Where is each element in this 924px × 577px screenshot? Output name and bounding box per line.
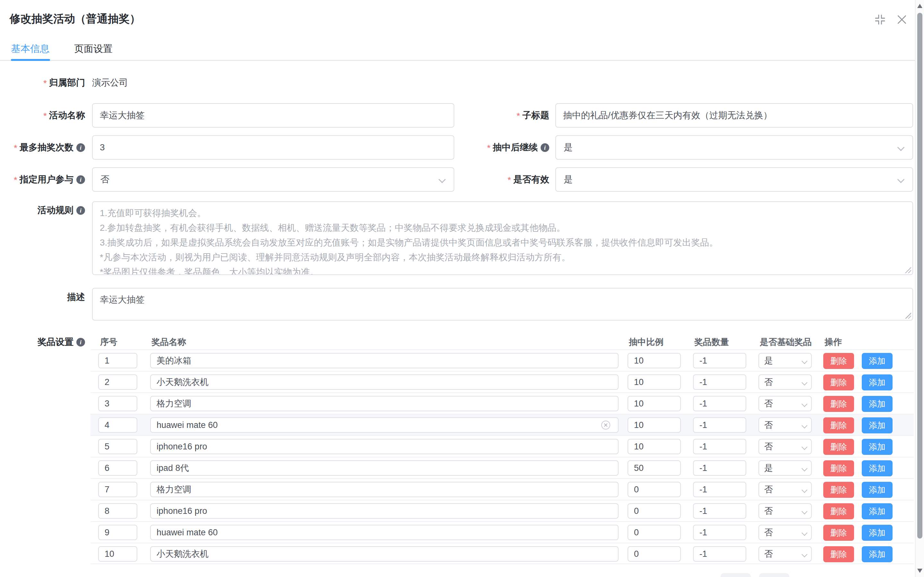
prize-name-input[interactable] xyxy=(150,439,619,454)
table-row: 否 删除 添加 xyxy=(90,392,914,414)
scrollbar[interactable] xyxy=(915,0,924,577)
add-button[interactable]: 添加 xyxy=(862,482,893,498)
prize-ratio-input[interactable] xyxy=(628,396,681,411)
prize-qty-input[interactable] xyxy=(693,396,746,411)
prize-ratio-input[interactable] xyxy=(628,503,681,519)
prize-basic-select[interactable]: 否 xyxy=(758,482,812,497)
prize-ratio-input[interactable] xyxy=(628,460,681,476)
delete-button[interactable]: 删除 xyxy=(823,353,854,369)
delete-button[interactable]: 删除 xyxy=(823,417,854,434)
prize-index-input[interactable] xyxy=(98,482,137,497)
prize-basic-select[interactable]: 否 xyxy=(758,503,812,519)
prize-qty-input[interactable] xyxy=(693,417,746,433)
prize-name-input[interactable] xyxy=(150,374,619,390)
prize-ratio-input[interactable] xyxy=(628,439,681,454)
info-icon[interactable] xyxy=(76,175,85,184)
prize-basic-select[interactable]: 否 xyxy=(758,374,812,390)
prize-name-input[interactable] xyxy=(150,525,619,540)
prize-ratio-input[interactable] xyxy=(628,374,681,390)
resize-grip-icon[interactable] xyxy=(905,267,911,273)
scroll-down-arrow[interactable] xyxy=(917,569,922,573)
prize-index-input[interactable] xyxy=(98,417,137,433)
prize-name-input[interactable] xyxy=(150,417,619,433)
table-row: 否 删除 添加 xyxy=(90,500,914,521)
add-button[interactable]: 添加 xyxy=(862,460,893,476)
clear-circle-icon[interactable] xyxy=(601,421,610,430)
prize-qty-input[interactable] xyxy=(693,546,746,562)
delete-button[interactable]: 删除 xyxy=(823,482,854,498)
prize-basic-select[interactable]: 否 xyxy=(758,396,812,411)
delete-button[interactable]: 删除 xyxy=(823,439,854,455)
scrollbar-thumb[interactable] xyxy=(917,13,922,538)
footer-button-partial[interactable] xyxy=(759,573,789,577)
prize-index-input[interactable] xyxy=(98,353,137,368)
continue-after-win-select[interactable]: 是 xyxy=(556,135,913,160)
prize-ratio-input[interactable] xyxy=(628,353,681,368)
prize-index-input[interactable] xyxy=(98,546,137,562)
delete-button[interactable]: 删除 xyxy=(823,460,854,476)
prize-name-input[interactable] xyxy=(150,482,619,497)
description-textarea[interactable]: 幸运大抽签 xyxy=(92,288,913,321)
prize-index-input[interactable] xyxy=(98,374,137,390)
prize-qty-input[interactable] xyxy=(693,503,746,519)
prize-qty-input[interactable] xyxy=(693,525,746,540)
subtitle-input[interactable] xyxy=(556,103,913,127)
prize-qty-input[interactable] xyxy=(693,482,746,497)
prize-qty-input[interactable] xyxy=(693,439,746,454)
delete-button[interactable]: 删除 xyxy=(823,546,854,562)
prize-ratio-input[interactable] xyxy=(628,417,681,433)
delete-button[interactable]: 删除 xyxy=(823,396,854,412)
prize-index-input[interactable] xyxy=(98,396,137,411)
add-button[interactable]: 添加 xyxy=(862,417,893,434)
rules-textarea[interactable]: 1.充值即可获得抽奖机会。 2.参加转盘抽奖，有机会获得手机、数据线、相机、赠送… xyxy=(92,201,913,275)
info-icon[interactable] xyxy=(76,143,85,152)
prize-name-input[interactable] xyxy=(150,546,619,562)
prize-index-input[interactable] xyxy=(98,439,137,454)
activity-name-input[interactable] xyxy=(92,103,454,127)
add-button[interactable]: 添加 xyxy=(862,396,893,412)
prize-name-input[interactable] xyxy=(150,460,619,476)
prize-basic-select[interactable]: 否 xyxy=(758,417,812,433)
exit-fullscreen-icon[interactable] xyxy=(875,14,885,25)
add-button[interactable]: 添加 xyxy=(862,525,893,541)
prize-index-input[interactable] xyxy=(98,460,137,476)
prize-basic-select[interactable]: 否 xyxy=(758,525,812,540)
resize-grip-icon[interactable] xyxy=(905,312,911,319)
prize-qty-input[interactable] xyxy=(693,353,746,368)
add-button[interactable]: 添加 xyxy=(862,546,893,562)
prize-name-input[interactable] xyxy=(150,396,619,411)
prize-index-input[interactable] xyxy=(98,503,137,519)
add-button[interactable]: 添加 xyxy=(862,353,893,369)
tab-basic-info[interactable]: 基本信息 xyxy=(11,41,49,56)
is-valid-select[interactable]: 是 xyxy=(556,167,913,192)
prize-basic-select[interactable]: 否 xyxy=(758,546,812,562)
delete-button[interactable]: 删除 xyxy=(823,503,854,519)
prize-basic-select[interactable]: 是 xyxy=(758,460,812,476)
info-icon[interactable] xyxy=(541,143,549,152)
footer-button-partial[interactable] xyxy=(720,573,751,577)
delete-button[interactable]: 删除 xyxy=(823,374,854,390)
close-icon[interactable] xyxy=(897,14,907,25)
prize-name-input[interactable] xyxy=(150,503,619,519)
table-row: 是 删除 添加 xyxy=(90,350,914,371)
prize-basic-select[interactable]: 否 xyxy=(758,439,812,454)
prize-ratio-input[interactable] xyxy=(628,525,681,540)
prize-basic-select[interactable]: 是 xyxy=(758,353,812,368)
table-row: 否 删除 添加 xyxy=(90,478,914,500)
prize-ratio-input[interactable] xyxy=(628,482,681,497)
delete-button[interactable]: 删除 xyxy=(823,525,854,541)
prize-index-input[interactable] xyxy=(98,525,137,540)
max-draws-input[interactable] xyxy=(92,135,454,160)
tab-page-settings[interactable]: 页面设置 xyxy=(74,41,113,56)
designated-users-select[interactable]: 否 xyxy=(92,167,454,192)
info-icon[interactable] xyxy=(76,206,85,215)
prize-qty-input[interactable] xyxy=(693,460,746,476)
prize-ratio-input[interactable] xyxy=(628,546,681,562)
info-icon[interactable] xyxy=(76,338,85,347)
scroll-up-arrow[interactable] xyxy=(917,4,922,8)
prize-name-input[interactable] xyxy=(150,353,619,368)
add-button[interactable]: 添加 xyxy=(862,439,893,455)
add-button[interactable]: 添加 xyxy=(862,374,893,390)
add-button[interactable]: 添加 xyxy=(862,503,893,519)
prize-qty-input[interactable] xyxy=(693,374,746,390)
